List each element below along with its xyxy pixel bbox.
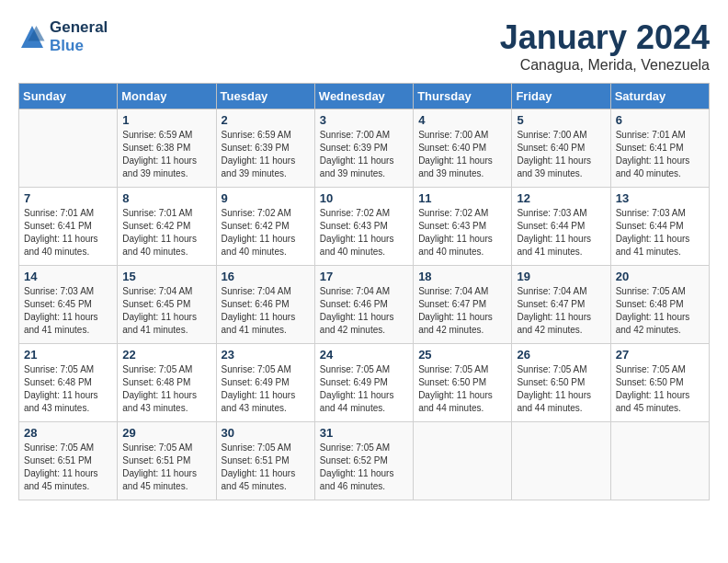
calendar-cell: 28Sunrise: 7:05 AMSunset: 6:51 PMDayligh… [19, 422, 118, 500]
calendar-cell: 9Sunrise: 7:02 AMSunset: 6:42 PMDaylight… [216, 188, 314, 266]
calendar-cell: 19Sunrise: 7:04 AMSunset: 6:47 PMDayligh… [512, 266, 610, 344]
calendar-cell [19, 109, 118, 188]
calendar-week-row: 7Sunrise: 7:01 AMSunset: 6:41 PMDaylight… [19, 188, 710, 266]
day-info: Sunrise: 6:59 AMSunset: 6:38 PMDaylight:… [122, 129, 210, 180]
day-number: 16 [222, 270, 310, 283]
calendar-cell: 31Sunrise: 7:05 AMSunset: 6:52 PMDayligh… [314, 422, 413, 500]
day-info: Sunrise: 7:01 AMSunset: 6:42 PMDaylight:… [122, 207, 210, 259]
day-number: 27 [616, 348, 704, 362]
calendar-week-row: 1Sunrise: 6:59 AMSunset: 6:38 PMDaylight… [19, 109, 710, 188]
calendar-cell: 20Sunrise: 7:05 AMSunset: 6:48 PMDayligh… [610, 266, 709, 344]
calendar-cell [512, 422, 610, 500]
calendar-cell: 10Sunrise: 7:02 AMSunset: 6:43 PMDayligh… [314, 188, 413, 266]
weekday-header-monday: Monday [118, 84, 216, 109]
calendar-cell: 27Sunrise: 7:05 AMSunset: 6:50 PMDayligh… [610, 344, 709, 422]
calendar-cell: 24Sunrise: 7:05 AMSunset: 6:49 PMDayligh… [314, 344, 413, 422]
day-number: 29 [122, 426, 210, 440]
day-number: 31 [320, 426, 408, 440]
calendar-cell: 29Sunrise: 7:05 AMSunset: 6:51 PMDayligh… [118, 422, 216, 500]
day-info: Sunrise: 7:03 AMSunset: 6:45 PMDaylight:… [24, 285, 112, 337]
day-info: Sunrise: 7:04 AMSunset: 6:45 PMDaylight:… [122, 285, 210, 337]
logo-icon [18, 23, 46, 51]
day-info: Sunrise: 7:00 AMSunset: 6:39 PMDaylight:… [320, 129, 408, 180]
calendar-header: General Blue January 2024 Canagua, Merid… [18, 18, 710, 74]
calendar-cell [610, 422, 709, 500]
day-number: 23 [222, 348, 310, 362]
day-number: 12 [517, 191, 605, 205]
day-info: Sunrise: 7:04 AMSunset: 6:46 PMDaylight:… [320, 285, 408, 337]
day-number: 2 [222, 113, 310, 127]
calendar-cell [414, 422, 512, 500]
day-number: 19 [517, 270, 605, 283]
calendar-cell: 12Sunrise: 7:03 AMSunset: 6:44 PMDayligh… [512, 188, 610, 266]
day-info: Sunrise: 7:05 AMSunset: 6:51 PMDaylight:… [222, 442, 310, 493]
calendar-week-row: 28Sunrise: 7:05 AMSunset: 6:51 PMDayligh… [19, 422, 710, 500]
calendar-cell: 7Sunrise: 7:01 AMSunset: 6:41 PMDaylight… [19, 188, 118, 266]
calendar-cell: 16Sunrise: 7:04 AMSunset: 6:46 PMDayligh… [216, 266, 314, 344]
calendar-cell: 22Sunrise: 7:05 AMSunset: 6:48 PMDayligh… [118, 344, 216, 422]
day-info: Sunrise: 7:05 AMSunset: 6:49 PMDaylight:… [320, 363, 408, 415]
calendar-cell: 25Sunrise: 7:05 AMSunset: 6:50 PMDayligh… [414, 344, 512, 422]
day-info: Sunrise: 7:05 AMSunset: 6:48 PMDaylight:… [616, 285, 704, 337]
calendar-subtitle: Canagua, Merida, Venezuela [500, 57, 710, 74]
calendar-week-row: 21Sunrise: 7:05 AMSunset: 6:48 PMDayligh… [19, 344, 710, 422]
calendar-cell: 13Sunrise: 7:03 AMSunset: 6:44 PMDayligh… [610, 188, 709, 266]
calendar-cell: 18Sunrise: 7:04 AMSunset: 6:47 PMDayligh… [414, 266, 512, 344]
calendar-cell: 3Sunrise: 7:00 AMSunset: 6:39 PMDaylight… [314, 109, 413, 188]
day-info: Sunrise: 7:05 AMSunset: 6:50 PMDaylight:… [418, 363, 506, 415]
day-number: 8 [122, 191, 210, 205]
day-info: Sunrise: 7:00 AMSunset: 6:40 PMDaylight:… [418, 129, 506, 180]
calendar-table: SundayMondayTuesdayWednesdayThursdayFrid… [18, 83, 710, 500]
day-number: 6 [616, 113, 704, 127]
day-info: Sunrise: 7:03 AMSunset: 6:44 PMDaylight:… [517, 207, 605, 259]
day-number: 7 [24, 191, 112, 205]
day-info: Sunrise: 7:02 AMSunset: 6:43 PMDaylight:… [418, 207, 506, 259]
day-info: Sunrise: 7:05 AMSunset: 6:52 PMDaylight:… [320, 442, 408, 493]
calendar-cell: 26Sunrise: 7:05 AMSunset: 6:50 PMDayligh… [512, 344, 610, 422]
day-info: Sunrise: 7:05 AMSunset: 6:50 PMDaylight:… [517, 363, 605, 415]
logo: General Blue [18, 18, 108, 55]
weekday-header-tuesday: Tuesday [216, 84, 314, 109]
calendar-cell: 2Sunrise: 6:59 AMSunset: 6:39 PMDaylight… [216, 109, 314, 188]
day-info: Sunrise: 7:02 AMSunset: 6:43 PMDaylight:… [320, 207, 408, 259]
title-area: January 2024 Canagua, Merida, Venezuela [500, 18, 710, 74]
calendar-title: January 2024 [500, 18, 710, 57]
weekday-header-wednesday: Wednesday [314, 84, 413, 109]
day-number: 9 [222, 191, 310, 205]
day-info: Sunrise: 7:03 AMSunset: 6:44 PMDaylight:… [616, 207, 704, 259]
day-number: 21 [24, 348, 112, 362]
day-number: 1 [122, 113, 210, 127]
calendar-cell: 8Sunrise: 7:01 AMSunset: 6:42 PMDaylight… [118, 188, 216, 266]
day-number: 11 [418, 191, 506, 205]
day-info: Sunrise: 7:02 AMSunset: 6:42 PMDaylight:… [222, 207, 310, 259]
day-number: 13 [616, 191, 704, 205]
calendar-cell: 5Sunrise: 7:00 AMSunset: 6:40 PMDaylight… [512, 109, 610, 188]
day-number: 3 [320, 113, 408, 127]
calendar-cell: 1Sunrise: 6:59 AMSunset: 6:38 PMDaylight… [118, 109, 216, 188]
day-number: 30 [222, 426, 310, 440]
calendar-cell: 17Sunrise: 7:04 AMSunset: 6:46 PMDayligh… [314, 266, 413, 344]
day-number: 22 [122, 348, 210, 362]
day-number: 28 [24, 426, 112, 440]
calendar-cell: 30Sunrise: 7:05 AMSunset: 6:51 PMDayligh… [216, 422, 314, 500]
day-info: Sunrise: 7:01 AMSunset: 6:41 PMDaylight:… [616, 129, 704, 180]
weekday-header-row: SundayMondayTuesdayWednesdayThursdayFrid… [19, 84, 710, 109]
day-info: Sunrise: 7:05 AMSunset: 6:50 PMDaylight:… [616, 363, 704, 415]
day-number: 18 [418, 270, 506, 283]
day-info: Sunrise: 7:01 AMSunset: 6:41 PMDaylight:… [24, 207, 112, 259]
day-info: Sunrise: 7:05 AMSunset: 6:49 PMDaylight:… [222, 363, 310, 415]
calendar-week-row: 14Sunrise: 7:03 AMSunset: 6:45 PMDayligh… [19, 266, 710, 344]
day-number: 26 [517, 348, 605, 362]
day-number: 15 [122, 270, 210, 283]
day-number: 5 [517, 113, 605, 127]
day-info: Sunrise: 7:05 AMSunset: 6:48 PMDaylight:… [24, 363, 112, 415]
day-number: 4 [418, 113, 506, 127]
day-info: Sunrise: 7:05 AMSunset: 6:48 PMDaylight:… [122, 363, 210, 415]
day-info: Sunrise: 7:04 AMSunset: 6:47 PMDaylight:… [418, 285, 506, 337]
day-number: 25 [418, 348, 506, 362]
calendar-cell: 21Sunrise: 7:05 AMSunset: 6:48 PMDayligh… [19, 344, 118, 422]
day-number: 17 [320, 270, 408, 283]
weekday-header-friday: Friday [512, 84, 610, 109]
calendar-cell: 23Sunrise: 7:05 AMSunset: 6:49 PMDayligh… [216, 344, 314, 422]
calendar-cell: 6Sunrise: 7:01 AMSunset: 6:41 PMDaylight… [610, 109, 709, 188]
